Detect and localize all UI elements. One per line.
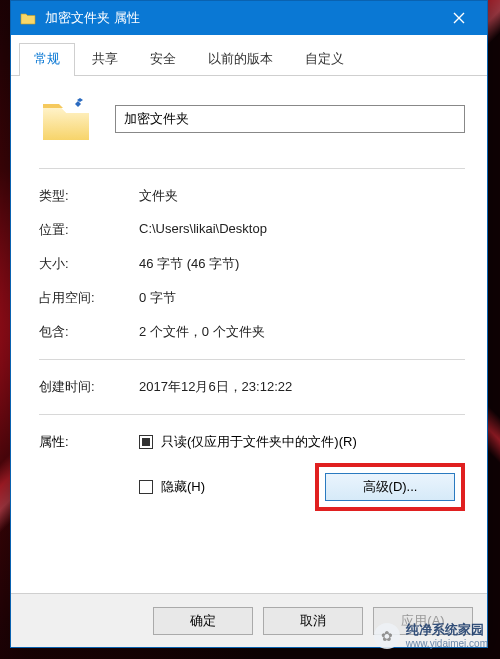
- created-value: 2017年12月6日，23:12:22: [139, 378, 465, 396]
- location-label: 位置:: [39, 221, 139, 239]
- type-label: 类型:: [39, 187, 139, 205]
- titlebar[interactable]: 加密文件夹 属性: [11, 1, 487, 35]
- size-value: 46 字节 (46 字节): [139, 255, 465, 273]
- tab-security[interactable]: 安全: [135, 43, 191, 75]
- tab-custom[interactable]: 自定义: [290, 43, 359, 75]
- ok-button[interactable]: 确定: [153, 607, 253, 635]
- ondisk-label: 占用空间:: [39, 289, 139, 307]
- watermark-logo-icon: ✿: [374, 623, 400, 649]
- content-panel: 类型: 文件夹 位置: C:\Users\likai\Desktop 大小: 4…: [11, 76, 487, 593]
- created-label: 创建时间:: [39, 378, 139, 396]
- highlight-annotation: 高级(D)...: [315, 463, 465, 511]
- type-value: 文件夹: [139, 187, 465, 205]
- watermark-title: 纯净系统家园: [406, 623, 488, 637]
- location-value: C:\Users\likai\Desktop: [139, 221, 465, 236]
- tab-general[interactable]: 常规: [19, 43, 75, 75]
- attrs-label: 属性:: [39, 433, 139, 451]
- hidden-checkbox-row[interactable]: 隐藏(H): [139, 478, 205, 496]
- close-button[interactable]: [439, 6, 479, 30]
- folder-large-icon: [39, 94, 93, 144]
- divider: [39, 168, 465, 169]
- contains-label: 包含:: [39, 323, 139, 341]
- folder-name-input[interactable]: [115, 105, 465, 133]
- cancel-button[interactable]: 取消: [263, 607, 363, 635]
- tab-sharing[interactable]: 共享: [77, 43, 133, 75]
- divider: [39, 359, 465, 360]
- tab-strip: 常规 共享 安全 以前的版本 自定义: [11, 35, 487, 76]
- size-label: 大小:: [39, 255, 139, 273]
- advanced-button[interactable]: 高级(D)...: [325, 473, 455, 501]
- watermark-url: www.yidaimei.com: [406, 638, 488, 649]
- contains-value: 2 个文件，0 个文件夹: [139, 323, 465, 341]
- readonly-checkbox-row[interactable]: 只读(仅应用于文件夹中的文件)(R): [139, 433, 465, 451]
- ondisk-value: 0 字节: [139, 289, 465, 307]
- properties-dialog: 加密文件夹 属性 常规 共享 安全 以前的版本 自定义: [10, 0, 488, 648]
- divider: [39, 414, 465, 415]
- folder-icon: [19, 9, 37, 27]
- window-title: 加密文件夹 属性: [45, 9, 439, 27]
- tab-previous[interactable]: 以前的版本: [193, 43, 288, 75]
- hidden-label: 隐藏(H): [161, 478, 205, 496]
- readonly-label: 只读(仅应用于文件夹中的文件)(R): [161, 433, 357, 451]
- readonly-checkbox[interactable]: [139, 435, 153, 449]
- watermark: ✿ 纯净系统家园 www.yidaimei.com: [374, 623, 488, 649]
- hidden-checkbox[interactable]: [139, 480, 153, 494]
